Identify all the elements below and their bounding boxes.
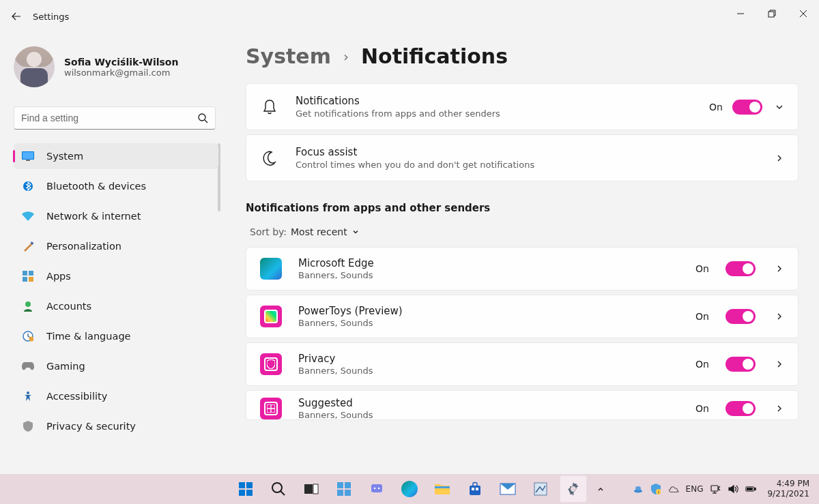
app-toggle[interactable] (725, 309, 756, 324)
sidebar-item-gaming[interactable]: Gaming (14, 353, 218, 379)
sort-label: Sort by: (250, 226, 287, 237)
sidebar-item-label: Time & language (46, 331, 131, 342)
user-name: Sofia Wyciślik-Wilson (64, 57, 178, 68)
titlebar: Settings (0, 0, 819, 33)
svg-rect-22 (239, 482, 245, 488)
sidebar-item-privacy-security[interactable]: Privacy & security (14, 413, 218, 439)
taskbar-widgets[interactable] (330, 475, 358, 503)
sidebar: Sofia Wyciślik-Wilson wilsonmark@gmail.c… (0, 33, 229, 456)
page-title: Notifications (361, 44, 508, 68)
edge-icon (260, 258, 282, 280)
search-icon (271, 481, 286, 496)
sidebar-item-time-language[interactable]: Time & language (14, 323, 218, 349)
window-title: Settings (33, 12, 69, 22)
sidebar-item-personalization[interactable]: Personalization (14, 233, 218, 259)
taskbar-edge[interactable] (396, 475, 423, 503)
svg-rect-37 (435, 486, 450, 488)
app-notification-item[interactable]: Privacy Banners, Sounds On (246, 342, 799, 386)
tray-app-icon[interactable] (633, 484, 644, 494)
app-notification-item[interactable]: PowerToys (Preview) Banners, Sounds On (246, 295, 799, 338)
taskbar-taskview[interactable] (298, 475, 325, 503)
user-profile[interactable]: Sofia Wyciślik-Wilson wilsonmark@gmail.c… (14, 46, 226, 87)
search-input[interactable] (21, 113, 197, 123)
app-toggle[interactable] (725, 357, 756, 372)
folder-icon (434, 482, 450, 496)
svg-rect-13 (23, 277, 27, 282)
bell-icon (260, 98, 279, 117)
apps-icon (22, 270, 34, 282)
app-icon (533, 481, 548, 496)
sort-value: Most recent (291, 226, 347, 237)
navigate-button[interactable] (772, 357, 787, 372)
tray-security-icon[interactable]: ! (650, 484, 661, 494)
notifications-master-card[interactable]: Notifications Get notifications from app… (246, 83, 799, 130)
app-name: PowerToys (Preview) (298, 305, 679, 317)
expand-button[interactable] (772, 100, 787, 115)
taskbar-chat[interactable] (363, 475, 390, 503)
tray-network-icon[interactable] (710, 484, 721, 494)
app-notification-item[interactable]: Suggested Banners, Sounds On (246, 390, 799, 420)
sidebar-item-label: Accounts (46, 301, 91, 312)
sidebar-item-apps[interactable]: Apps (14, 263, 218, 289)
brush-icon (22, 240, 34, 252)
tray-language[interactable]: ENG (686, 484, 704, 494)
svg-point-45 (635, 486, 641, 490)
sort-by-dropdown[interactable]: Sort by: Most recent (250, 226, 799, 237)
svg-rect-8 (26, 160, 30, 162)
taskbar-store[interactable] (461, 475, 489, 503)
navigate-button[interactable] (772, 261, 787, 276)
taskbar-mail[interactable] (494, 475, 521, 503)
navigate-button[interactable] (772, 151, 787, 166)
windows-icon (238, 481, 254, 497)
close-button[interactable] (788, 0, 819, 27)
app-name: Suggested (298, 397, 679, 409)
svg-line-27 (281, 491, 285, 495)
taskbar-search[interactable] (265, 475, 292, 503)
user-email: wilsonmark@gmail.com (64, 68, 178, 78)
back-arrow-icon (11, 11, 22, 22)
back-button[interactable] (0, 11, 33, 22)
tray-volume-icon[interactable] (728, 484, 738, 494)
shield-icon (22, 420, 34, 432)
taskview-icon (304, 481, 319, 496)
tray-overflow-button[interactable] (587, 475, 614, 503)
maximize-button[interactable] (756, 0, 788, 27)
notifications-toggle[interactable] (732, 100, 762, 115)
sidebar-item-accessibility[interactable]: Accessibility (14, 383, 218, 409)
app-toggle[interactable] (725, 401, 756, 416)
sidebar-item-network[interactable]: Network & internet (14, 203, 218, 229)
tray-date: 9/21/2021 (767, 489, 809, 499)
navigate-button[interactable] (772, 309, 787, 324)
svg-rect-48 (711, 486, 718, 491)
taskbar-app[interactable] (527, 475, 554, 503)
bluetooth-icon (22, 180, 34, 192)
focus-assist-card[interactable]: Focus assist Control times when you do a… (246, 134, 799, 181)
sidebar-item-accounts[interactable]: Accounts (14, 293, 218, 319)
minimize-button[interactable] (725, 0, 756, 27)
game-icon (22, 360, 34, 372)
navigate-button[interactable] (772, 401, 787, 416)
tray-clock[interactable]: 4:49 PM 9/21/2021 (763, 479, 814, 499)
taskbar-pinned-apps (232, 475, 587, 503)
tray-battery-icon[interactable] (745, 484, 756, 494)
svg-rect-28 (304, 484, 313, 494)
start-button[interactable] (232, 475, 259, 503)
app-notification-item[interactable]: Microsoft Edge Banners, Sounds On (246, 247, 799, 291)
suggested-icon (260, 398, 282, 419)
svg-rect-11 (23, 271, 27, 276)
svg-rect-29 (313, 484, 318, 494)
mail-icon (500, 483, 516, 495)
tray-onedrive-icon[interactable] (668, 484, 679, 494)
sidebar-item-system[interactable]: System (14, 143, 218, 169)
taskbar-explorer[interactable] (429, 475, 456, 503)
wifi-icon (22, 210, 34, 222)
sidebar-item-label: Network & internet (46, 211, 141, 222)
app-toggle[interactable] (725, 261, 756, 276)
card-body: Notifications Get notifications from app… (296, 95, 693, 119)
taskbar-settings[interactable] (560, 475, 587, 503)
search-box[interactable] (14, 106, 216, 130)
breadcrumb-parent[interactable]: System (246, 44, 331, 68)
sidebar-item-bluetooth[interactable]: Bluetooth & devices (14, 173, 218, 199)
app-detail: Banners, Sounds (298, 366, 679, 376)
close-icon (799, 10, 807, 18)
